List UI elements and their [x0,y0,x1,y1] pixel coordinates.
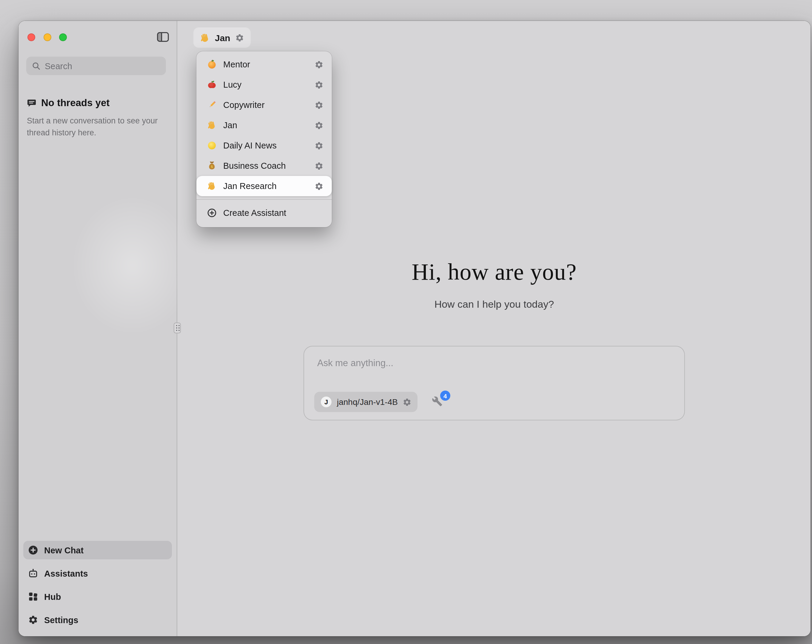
tools-count-badge: 4 [440,391,450,401]
grip-dots-icon [176,325,177,326]
gear-icon[interactable] [314,100,324,110]
menu-item-jan-research[interactable]: Jan Research [196,176,332,196]
sidebar-item-label: New Chat [44,545,84,555]
traffic-lights [27,33,67,41]
hub-grid-icon [28,592,38,602]
orange-fruit-icon [207,59,217,69]
sidebar-item-label: Hub [44,592,61,601]
menu-item-label: Daily AI News [223,141,308,150]
greeting-title: Hi, how are you? [178,258,810,285]
search-box[interactable] [26,57,166,75]
assistant-icon [28,568,38,579]
plus-circle-icon [28,545,38,555]
gear-icon[interactable] [403,397,412,406]
menu-item-label: Copywriter [223,100,308,110]
composer-toolbar: J janhq/Jan-v1-4B 4 [314,392,444,412]
minimize-button[interactable] [43,33,51,41]
empty-state-header: No threads yet [27,97,110,108]
greeting: Hi, how are you? How can I help you toda… [178,258,810,311]
gear-icon[interactable] [314,141,324,150]
chat-bubble-icon [27,98,37,108]
yellow-circle-icon [207,141,217,150]
sidebar: No threads yet Start a new conversation … [18,21,177,636]
gear-icon[interactable] [314,161,324,170]
assistant-menu: Mentor Lucy Copywriter Jan [196,51,332,227]
menu-item-jan[interactable]: Jan [196,115,332,135]
plus-circle-outline-icon [207,208,217,218]
sidebar-blur-blob [70,194,195,337]
menu-item-label: Business Coach [223,161,308,171]
chat-input[interactable] [304,346,684,382]
sidebar-nav: New Chat Assistants Hub Settings [23,541,172,629]
menu-item-create-assistant[interactable]: Create Assistant [196,203,332,223]
search-icon [32,61,41,70]
sidebar-item-settings[interactable]: Settings [23,611,172,629]
gear-icon[interactable] [314,181,324,190]
waving-hand-icon [200,32,210,43]
gear-icon[interactable] [314,121,324,130]
menu-item-lucy[interactable]: Lucy [196,75,332,95]
model-selector[interactable]: J janhq/Jan-v1-4B [314,392,418,412]
app-window: No threads yet Start a new conversation … [18,21,810,636]
menu-item-label: Jan [223,120,308,130]
model-avatar: J [320,396,332,408]
menu-item-mentor[interactable]: Mentor [196,54,332,75]
sidebar-resize-handle[interactable] [174,323,181,333]
menu-item-label: Jan Research [223,181,308,191]
gear-icon [28,615,38,625]
menu-item-label: Lucy [223,80,308,90]
chat-composer: J janhq/Jan-v1-4B 4 [304,346,685,420]
sidebar-item-assistants[interactable]: Assistants [23,564,172,583]
menu-item-business-coach[interactable]: Business Coach [196,155,332,176]
waving-hand-icon [207,181,217,191]
empty-state-title: No threads yet [41,97,110,108]
sidebar-toggle-icon[interactable] [156,32,169,42]
waving-hand-icon [207,120,217,130]
money-bag-icon [207,161,217,171]
gear-icon[interactable] [314,80,324,89]
sidebar-item-new-chat[interactable]: New Chat [23,541,172,559]
close-button[interactable] [27,33,35,41]
selected-assistant-label: Jan [215,32,230,43]
main-area: Jan Mentor Lucy Copywriter [178,21,810,636]
sidebar-item-hub[interactable]: Hub [23,587,172,606]
empty-state-subtitle: Start a new conversation to see your thr… [27,115,162,139]
red-apple-icon [207,80,217,90]
tools-button[interactable]: 4 [432,396,444,408]
search-input[interactable] [45,61,160,71]
pencil-icon [207,100,217,110]
menu-item-label: Mentor [223,59,308,69]
sidebar-item-label: Settings [44,615,78,625]
gear-icon[interactable] [314,60,324,69]
menu-item-copywriter[interactable]: Copywriter [196,95,332,115]
menu-divider [196,199,332,200]
model-name: janhq/Jan-v1-4B [337,397,398,406]
greeting-subtitle: How can I help you today? [178,299,810,311]
zoom-button[interactable] [59,33,67,41]
gear-icon[interactable] [235,33,244,42]
sidebar-item-label: Assistants [44,569,88,578]
desktop: No threads yet Start a new conversation … [0,0,812,644]
menu-item-daily-ai-news[interactable]: Daily AI News [196,135,332,155]
assistant-switcher-button[interactable]: Jan [193,27,251,48]
menu-item-label: Create Assistant [223,208,324,218]
